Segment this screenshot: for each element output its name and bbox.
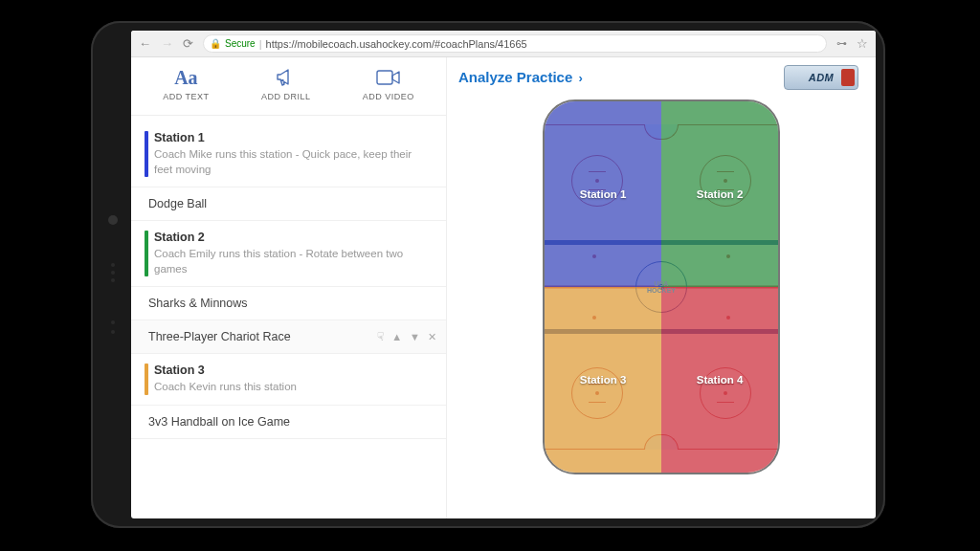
drill-title: Sharks & Minnows (148, 297, 248, 310)
station-title: Station 2 (154, 231, 431, 244)
practice-item-list: Station 1 Coach Mike runs this station -… (131, 116, 446, 518)
megaphone-icon (275, 67, 298, 88)
star-icon[interactable]: ☆ (857, 36, 868, 51)
station-color-bar (145, 131, 148, 177)
drill-item-selected[interactable]: Three-Player Chariot Race ☟ ▲ ▼ ✕ (131, 320, 446, 354)
analyze-practice-link[interactable]: Analyze Practice › (458, 69, 583, 85)
right-panel: Analyze Practice › ADM (447, 57, 876, 518)
station-title: Station 3 (154, 364, 431, 377)
text-icon: Aa (174, 67, 197, 88)
tablet-frame: ← → ⟳ 🔒 Secure | https://mobilecoach.usa… (91, 21, 885, 528)
video-icon (376, 67, 401, 88)
add-text-button[interactable]: Aa ADD TEXT (163, 67, 209, 101)
remove-icon[interactable]: ✕ (428, 331, 436, 343)
rink-diagram[interactable]: Station 1 Station 2 Station 3 Station 4 … (543, 99, 780, 474)
drill-item[interactable]: Dodge Ball (131, 187, 446, 221)
add-drill-button[interactable]: ADD DRILL (261, 67, 311, 101)
secure-label: Secure (225, 38, 256, 49)
rink-zone-2[interactable]: Station 2 (661, 101, 778, 287)
chevron-right-icon: › (578, 71, 582, 85)
station-item[interactable]: Station 2 Coach Emily runs this station … (131, 221, 446, 287)
station-color-bar (145, 364, 148, 395)
key-icon[interactable]: ⊶ (836, 37, 847, 50)
drill-title: Three-Player Chariot Race (148, 330, 291, 343)
forward-icon: → (161, 36, 173, 51)
reload-icon[interactable]: ⟳ (183, 36, 193, 51)
row-actions: ☟ ▲ ▼ ✕ (377, 330, 436, 343)
drill-item[interactable]: 3v3 Handball on Ice Game (131, 406, 446, 439)
svg-rect-0 (377, 71, 392, 84)
add-video-button[interactable]: ADD VIDEO (363, 67, 414, 101)
drill-item[interactable]: Sharks & Minnows (131, 287, 446, 320)
station-desc: Coach Emily runs this station - Rotate b… (154, 247, 431, 276)
rink-zone-4[interactable]: Station 4 (661, 287, 778, 473)
move-up-icon[interactable]: ▲ (391, 331, 402, 342)
station-item[interactable]: Station 3 Coach Kevin runs this station (131, 354, 446, 406)
url-field[interactable]: 🔒 Secure | https://mobilecoach.usahockey… (203, 34, 827, 53)
browser-address-bar: ← → ⟳ 🔒 Secure | https://mobilecoach.usa… (131, 31, 876, 57)
adm-logo: ADM (784, 65, 858, 90)
cursor-icon: ☟ (377, 330, 384, 343)
station-color-bar (145, 231, 148, 276)
station-desc: Coach Mike runs this station - Quick pac… (154, 147, 431, 177)
tablet-sensors (108, 215, 118, 334)
center-ice-logo: USA HOCKEY (647, 280, 676, 294)
browser-window: ← → ⟳ 🔒 Secure | https://mobilecoach.usa… (131, 31, 876, 518)
drill-title: 3v3 Handball on Ice Game (148, 415, 290, 429)
editor-toolbar: Aa ADD TEXT ADD DRILL ADD VIDEO (131, 57, 446, 116)
back-icon[interactable]: ← (139, 36, 151, 51)
drill-title: Dodge Ball (148, 197, 207, 210)
left-panel: Aa ADD TEXT ADD DRILL ADD VIDEO (131, 57, 447, 518)
station-item[interactable]: Station 1 Coach Mike runs this station -… (131, 121, 446, 187)
rink-zone-1[interactable]: Station 1 (545, 101, 661, 287)
move-down-icon[interactable]: ▼ (410, 331, 420, 342)
rink-zone-3[interactable]: Station 3 (545, 287, 661, 473)
url-text: https://mobilecoach.usahockey.com/#coach… (266, 38, 527, 50)
station-desc: Coach Kevin runs this station (154, 380, 431, 395)
station-title: Station 1 (154, 131, 431, 144)
lock-icon: 🔒 (210, 38, 221, 49)
